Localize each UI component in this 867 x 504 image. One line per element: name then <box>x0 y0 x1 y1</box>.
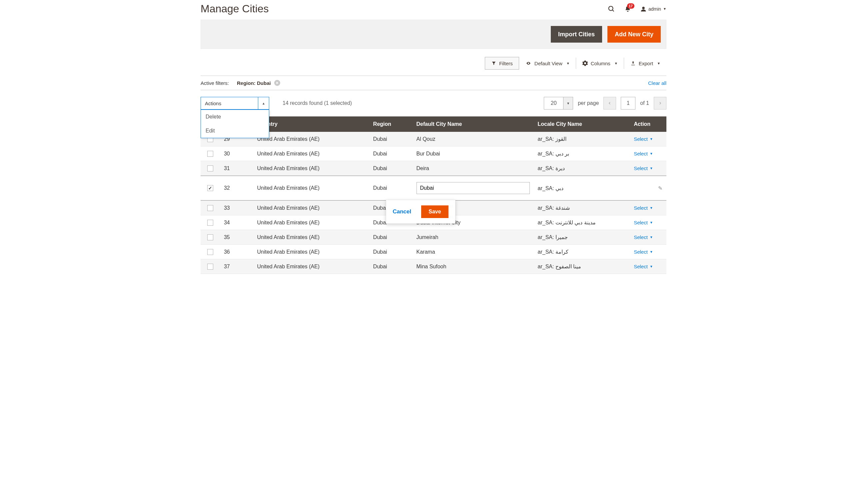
row-region: Dubai <box>369 161 413 176</box>
select-label: Select <box>634 249 648 255</box>
row-checkbox[interactable] <box>207 185 213 191</box>
notifications-count: 17 <box>627 3 634 9</box>
chevron-right-icon <box>659 101 662 106</box>
mass-actions-select[interactable]: Actions ▲ <box>201 97 269 110</box>
columns-button[interactable]: Columns ▼ <box>576 57 624 69</box>
eye-icon <box>525 61 532 66</box>
row-region: Dubai <box>369 146 413 161</box>
select-label: Select <box>634 151 648 156</box>
city-name-input[interactable] <box>417 182 530 194</box>
row-country: United Arab Emirates (AE) <box>253 132 369 146</box>
row-checkbox[interactable] <box>207 234 213 240</box>
row-city-name: Karama <box>413 245 534 259</box>
add-new-city-button[interactable]: Add New City <box>608 26 661 43</box>
prev-page-button[interactable] <box>603 97 616 110</box>
row-id: 34 <box>220 215 253 230</box>
mass-actions-dropdown: Delete Edit <box>201 110 269 138</box>
next-page-button[interactable] <box>654 97 666 110</box>
row-checkbox[interactable] <box>207 165 213 172</box>
select-label: Select <box>634 205 648 211</box>
row-action-select[interactable]: Select▼ <box>634 151 653 156</box>
table-row: 29United Arab Emirates (AE)DubaiAl Qouza… <box>201 132 666 146</box>
row-action-select[interactable]: Select▼ <box>634 234 653 240</box>
row-city-name: Bur Dubai <box>413 146 534 161</box>
per-page-toggle[interactable]: ▼ <box>563 97 573 110</box>
row-checkbox[interactable] <box>207 249 213 255</box>
export-label: Export <box>639 61 653 66</box>
row-action-select[interactable]: Select▼ <box>634 165 653 171</box>
chevron-down-icon: ▼ <box>650 166 653 170</box>
page-total-label: of 1 <box>640 100 649 106</box>
row-action-select[interactable]: Select▼ <box>634 264 653 269</box>
chevron-left-icon <box>608 101 611 106</box>
col-locale-city[interactable]: Locale City Name <box>534 117 630 132</box>
col-country[interactable]: Country <box>253 117 369 132</box>
save-button[interactable]: Save <box>421 205 448 218</box>
row-country: United Arab Emirates (AE) <box>253 245 369 259</box>
row-id: 37 <box>220 259 253 274</box>
table-row: 30United Arab Emirates (AE)DubaiBur Duba… <box>201 146 666 161</box>
grid-toolbar: Filters Default View ▼ Columns ▼ Export … <box>201 49 666 76</box>
mass-actions-toggle[interactable]: ▲ <box>258 97 269 110</box>
row-region: Dubai <box>369 259 413 274</box>
row-action-select[interactable]: Select▼ <box>634 205 653 211</box>
row-country: United Arab Emirates (AE) <box>253 176 369 200</box>
cancel-button[interactable]: Cancel <box>393 208 411 215</box>
chevron-down-icon: ▼ <box>566 101 570 105</box>
default-view-button[interactable]: Default View ▼ <box>519 57 576 69</box>
user-menu[interactable]: admin ▼ <box>640 6 666 12</box>
row-id: 30 <box>220 146 253 161</box>
page-title: Manage Cities <box>201 3 269 15</box>
col-default-city[interactable]: Default City Name <box>413 117 534 132</box>
row-country: United Arab Emirates (AE) <box>253 146 369 161</box>
row-country: United Arab Emirates (AE) <box>253 259 369 274</box>
per-page-value: 20 <box>544 97 563 110</box>
clear-all-filters-link[interactable]: Clear all <box>648 80 666 86</box>
export-button[interactable]: Export ▼ <box>624 57 666 69</box>
row-city-name: Deira <box>413 161 534 176</box>
row-country: United Arab Emirates (AE) <box>253 161 369 176</box>
row-checkbox[interactable] <box>207 205 213 211</box>
row-action-select[interactable]: Select▼ <box>634 136 653 142</box>
page-number-input[interactable]: 1 <box>621 97 635 110</box>
row-action-select[interactable]: Select▼ <box>634 249 653 255</box>
select-label: Select <box>634 220 648 226</box>
gear-icon <box>582 60 588 66</box>
row-region: Dubai <box>369 132 413 146</box>
import-cities-button[interactable]: Import Cities <box>551 26 602 43</box>
chevron-down-icon: ▼ <box>566 62 570 65</box>
pagination: 20 ▼ per page 1 of 1 <box>544 97 666 110</box>
pencil-icon[interactable]: ✎ <box>658 185 662 191</box>
mass-action-edit[interactable]: Edit <box>201 124 269 138</box>
chevron-down-icon: ▼ <box>657 62 661 65</box>
select-label: Select <box>634 136 648 142</box>
mass-action-delete[interactable]: Delete <box>201 110 269 124</box>
chevron-up-icon: ▲ <box>262 101 265 105</box>
notifications-icon[interactable]: 17 <box>624 5 631 13</box>
filters-button[interactable]: Filters <box>485 57 519 69</box>
row-checkbox[interactable] <box>207 264 213 270</box>
active-filters-bar: Active filters: Region: Dubai ✕ Clear al… <box>201 76 666 90</box>
header: Manage Cities 17 admin ▼ <box>201 0 666 17</box>
table-row: 37United Arab Emirates (AE)DubaiMina Suf… <box>201 259 666 274</box>
row-action-select[interactable]: Select▼ <box>634 220 653 226</box>
chevron-down-icon: ▼ <box>650 265 653 268</box>
row-country: United Arab Emirates (AE) <box>253 200 369 215</box>
remove-filter-button[interactable]: ✕ <box>274 80 280 86</box>
row-city-name: Jumeirah <box>413 230 534 245</box>
row-city-name: Mina Sufooh <box>413 259 534 274</box>
filter-chip-label: Region: Dubai <box>237 80 271 86</box>
col-region[interactable]: Region <box>369 117 413 132</box>
active-filters-label: Active filters: <box>201 80 229 86</box>
svg-line-1 <box>612 10 614 11</box>
search-icon[interactable] <box>608 5 615 13</box>
cities-table: Country Region Default City Name Locale … <box>201 117 666 274</box>
row-id: 35 <box>220 230 253 245</box>
row-region: Dubai <box>369 245 413 259</box>
table-row: 35United Arab Emirates (AE)DubaiJumeirah… <box>201 230 666 245</box>
row-country: United Arab Emirates (AE) <box>253 215 369 230</box>
row-checkbox[interactable] <box>207 220 213 226</box>
row-checkbox[interactable] <box>207 151 213 157</box>
per-page-select[interactable]: 20 ▼ <box>544 97 573 110</box>
filters-label: Filters <box>499 61 513 66</box>
